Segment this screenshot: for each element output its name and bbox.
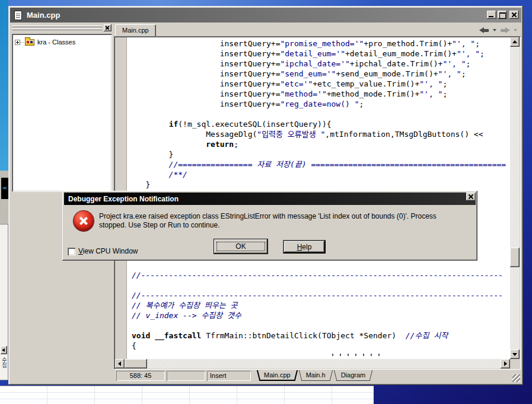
view-cpu-window-label[interactable]: View CPU Window xyxy=(78,247,138,255)
triangle-left-icon xyxy=(2,348,5,352)
resize-grip[interactable] xyxy=(512,374,520,382)
browse-forward-button[interactable] xyxy=(500,27,510,34)
scroll-down-button[interactable] xyxy=(510,350,520,359)
vertical-tab-label: 수집 xyxy=(1,357,8,379)
document-icon xyxy=(14,11,22,20)
scroll-left-button[interactable] xyxy=(115,359,125,368)
help-button[interactable]: Help xyxy=(283,240,326,254)
view-cpu-window-checkbox[interactable] xyxy=(68,248,75,255)
triangle-up-icon xyxy=(512,40,517,43)
background-blue-strip xyxy=(0,0,8,171)
exception-message-line: stopped. Use Step or Run to continue. xyxy=(99,221,468,230)
project-folder-icon xyxy=(25,39,34,46)
chevron-down-icon[interactable] xyxy=(514,29,517,31)
caret-position: 588: 45 xyxy=(116,371,165,381)
tab-main-cpp[interactable]: Main.cpp xyxy=(115,24,156,36)
chevron-down-icon[interactable] xyxy=(493,29,496,31)
minimize-button[interactable] xyxy=(487,11,496,19)
background-spreadsheet-window xyxy=(0,386,374,404)
horizontal-scrollbar[interactable] xyxy=(115,359,510,368)
tree-root-label: kra - Classes xyxy=(37,39,75,46)
editor-tab-row: Main.cpp xyxy=(114,24,521,36)
file-tab-set: Main.cpp Main.h Diagram xyxy=(256,370,373,381)
tree-root-node[interactable]: kra - Classes xyxy=(15,37,75,47)
triangle-left-icon xyxy=(118,361,121,366)
window-titlebar[interactable]: Main.cpp xyxy=(10,8,521,23)
plus-expand-icon[interactable] xyxy=(15,40,20,45)
file-tab-main-h[interactable]: Main.h xyxy=(298,370,333,381)
dialog-title: Debugger Exception Notification xyxy=(68,195,179,203)
clipped-text-fragment xyxy=(332,354,383,356)
background-minimized-caption: ≪ xyxy=(1,178,8,199)
exception-message-line: Project kra.exe raised exception class E… xyxy=(99,212,468,221)
close-button[interactable] xyxy=(509,11,519,19)
scroll-up-button[interactable] xyxy=(510,37,520,47)
dialog-titlebar[interactable]: Debugger Exception Notification xyxy=(64,193,476,205)
vertical-scrollbar[interactable] xyxy=(510,37,520,359)
triangle-right-icon xyxy=(504,361,507,366)
desktop: ≪ 수집 Main.cpp kra - xyxy=(0,0,532,404)
vertical-scroll-thumb[interactable] xyxy=(510,248,520,267)
error-icon xyxy=(74,211,94,231)
editor-statusbar: 588: 45 Insert Main.cpp Main.h Diagram xyxy=(114,369,521,383)
scroll-right-button[interactable] xyxy=(501,359,510,368)
window-title: Main.cpp xyxy=(27,11,60,20)
exception-message: Project kra.exe raised exception class E… xyxy=(99,212,468,230)
dialog-close-button[interactable] xyxy=(466,193,476,201)
triangle-down-icon xyxy=(512,353,517,356)
debugger-exception-dialog: Debugger Exception Notification Project … xyxy=(62,191,477,261)
insert-mode-indicator: Insert xyxy=(207,371,251,381)
explorer-close-button[interactable] xyxy=(104,24,112,31)
dock-grip xyxy=(12,25,102,27)
tree-connector xyxy=(20,42,24,43)
status-empty-panel xyxy=(167,371,205,381)
background-window-sliver: 수집 xyxy=(0,224,8,380)
file-tab-diagram[interactable]: Diagram xyxy=(333,370,374,381)
scroll-left-button[interactable] xyxy=(1,346,7,354)
explorer-dock-header[interactable] xyxy=(12,24,112,33)
ok-button[interactable]: OK xyxy=(214,239,268,254)
class-explorer-tree[interactable]: kra - Classes xyxy=(12,34,112,192)
maximize-button[interactable] xyxy=(498,11,507,19)
file-tab-main-cpp[interactable]: Main.cpp xyxy=(256,370,298,381)
dock-grip xyxy=(12,28,102,30)
horizontal-scroll-thumb[interactable] xyxy=(125,359,147,368)
browse-back-button[interactable] xyxy=(479,27,489,34)
scrollbar-corner xyxy=(510,359,520,368)
